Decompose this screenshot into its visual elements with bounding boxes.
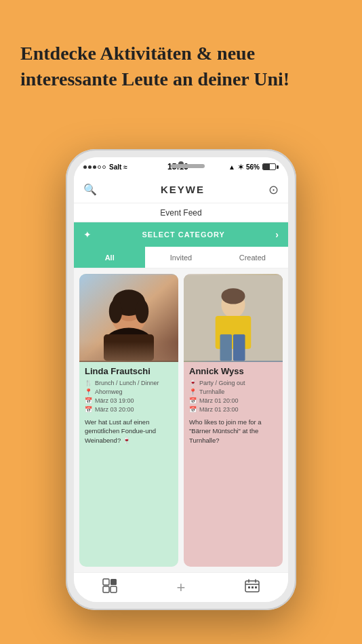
card-date2-linda: 📅 März 03 20:00 bbox=[85, 406, 173, 413]
tab-all[interactable]: All bbox=[74, 247, 145, 268]
svg-point-14 bbox=[221, 288, 245, 304]
tab-invited[interactable]: Invited bbox=[145, 247, 216, 268]
svg-rect-13 bbox=[233, 334, 245, 361]
signal-dots bbox=[83, 165, 106, 169]
category-sparkle-icon: ✦ bbox=[83, 229, 92, 240]
nav-calendar-button[interactable] bbox=[240, 576, 264, 600]
card-category-annick: 🍷 Party / Going out bbox=[189, 380, 277, 386]
phone-mockup: Salt ≈ 15:19 ▲ ✶ 56% bbox=[66, 149, 296, 610]
location-icon-annick: 📍 bbox=[189, 388, 197, 395]
location-icon-linda: 📍 bbox=[85, 388, 92, 395]
calendar-icon-annick-2: 📅 bbox=[189, 406, 197, 413]
search-icon[interactable]: 🔍 bbox=[83, 183, 97, 196]
cards-area: Linda Frautschi 🍴 Brunch / Lunch / Dinne… bbox=[74, 268, 288, 572]
signal-dot-3 bbox=[93, 165, 96, 169]
card-location-text-annick: Turnhalle bbox=[199, 388, 224, 395]
page-headline: Entdecke Aktivitäten & neue interessante… bbox=[20, 41, 342, 92]
event-feed-title: Event Feed bbox=[160, 208, 201, 218]
category-bar[interactable]: ✦ SELECT CATEGORY › bbox=[74, 222, 288, 247]
category-label: SELECT CATEGORY bbox=[142, 230, 225, 239]
profile-icon[interactable]: ⊙ bbox=[268, 182, 279, 197]
card-date1-annick: 📅 März 01 20:00 bbox=[189, 397, 277, 404]
tabs-bar: All Invited Created bbox=[74, 247, 288, 268]
battery-percent: 56% bbox=[246, 163, 260, 171]
calendar-nav-icon bbox=[245, 579, 260, 596]
card-name-annick: Annick Wyss bbox=[189, 366, 277, 376]
svg-point-6 bbox=[104, 328, 154, 361]
battery-cap bbox=[277, 165, 279, 169]
phone-speaker bbox=[171, 164, 205, 168]
card-description-annick: Who likes to join me for a "Bärner Münts… bbox=[189, 418, 277, 445]
carrier-label: Salt bbox=[109, 163, 121, 171]
svg-rect-17 bbox=[103, 586, 109, 592]
calendar-icon-linda-2: 📅 bbox=[85, 406, 92, 413]
svg-rect-12 bbox=[220, 334, 233, 361]
calendar-icon-linda-1: 📅 bbox=[85, 397, 92, 404]
grid-icon bbox=[102, 578, 117, 597]
card-category-text-linda: Brunch / Lunch / Dinner bbox=[95, 380, 159, 386]
signal-dot-2 bbox=[88, 165, 92, 169]
battery-body bbox=[262, 163, 276, 170]
card-location-annick: 📍 Turnhalle bbox=[189, 388, 277, 395]
svg-rect-15 bbox=[103, 579, 109, 585]
card-date1-linda: 📅 März 03 19:00 bbox=[85, 397, 173, 404]
signal-dot-5 bbox=[102, 165, 106, 169]
signal-dot-1 bbox=[83, 165, 87, 169]
card-date2-text-linda: März 03 20:00 bbox=[95, 406, 134, 413]
status-left: Salt ≈ bbox=[83, 163, 127, 171]
tab-created[interactable]: Created bbox=[217, 247, 288, 268]
nav-grid-button[interactable] bbox=[98, 576, 122, 600]
card-location-text-linda: Ahornweg bbox=[95, 388, 123, 395]
status-right: ▲ ✶ 56% bbox=[228, 163, 279, 171]
svg-point-4 bbox=[109, 300, 122, 323]
category-arrow-icon: › bbox=[275, 229, 279, 240]
calendar-icon-annick-1: 📅 bbox=[189, 397, 197, 404]
card-name-linda: Linda Frautschi bbox=[85, 366, 173, 376]
bluetooth-icon: ✶ bbox=[238, 163, 243, 171]
card-category-linda: 🍴 Brunch / Lunch / Dinner bbox=[85, 380, 173, 386]
location-arrow-icon: ▲ bbox=[228, 163, 235, 171]
card-body-annick: Annick Wyss 🍷 Party / Going out 📍 Turnha… bbox=[184, 362, 283, 567]
card-date2-text-annick: März 01 23:00 bbox=[199, 406, 239, 413]
card-image-linda bbox=[79, 274, 178, 362]
card-category-text-annick: Party / Going out bbox=[199, 380, 245, 386]
svg-rect-7 bbox=[104, 334, 154, 361]
svg-rect-24 bbox=[252, 586, 254, 588]
card-image-annick bbox=[184, 274, 283, 362]
svg-rect-25 bbox=[255, 586, 257, 588]
card-location-linda: 📍 Ahornweg bbox=[85, 388, 173, 395]
svg-rect-18 bbox=[110, 586, 117, 592]
nav-bar: 🔍 KEYWE ⊙ bbox=[74, 176, 288, 203]
screen: Salt ≈ 15:19 ▲ ✶ 56% bbox=[74, 157, 288, 602]
event-card-annick[interactable]: Annick Wyss 🍷 Party / Going out 📍 Turnha… bbox=[184, 274, 283, 567]
sub-header: Event Feed bbox=[74, 203, 288, 222]
signal-dot-4 bbox=[98, 165, 101, 169]
nav-add-button[interactable]: + bbox=[169, 576, 193, 600]
event-card-linda[interactable]: Linda Frautschi 🍴 Brunch / Lunch / Dinne… bbox=[79, 274, 178, 567]
card-date1-text-linda: März 03 19:00 bbox=[95, 397, 134, 404]
svg-rect-23 bbox=[248, 586, 250, 588]
battery-indicator bbox=[262, 163, 279, 170]
add-icon: + bbox=[177, 579, 186, 597]
fork-icon: 🍴 bbox=[85, 380, 92, 386]
battery-fill bbox=[263, 164, 270, 169]
card-date2-annick: 📅 März 01 23:00 bbox=[189, 406, 277, 413]
svg-point-5 bbox=[136, 300, 148, 323]
card-body-linda: Linda Frautschi 🍴 Brunch / Lunch / Dinne… bbox=[79, 362, 178, 567]
bottom-nav: + bbox=[74, 572, 288, 602]
card-description-linda: Wer hat Lust auf einen gemütlichen Fondu… bbox=[85, 418, 173, 445]
app-logo: KEYWE bbox=[161, 184, 205, 195]
card-date1-text-annick: März 01 20:00 bbox=[199, 397, 239, 404]
phone-inner: Salt ≈ 15:19 ▲ ✶ 56% bbox=[74, 157, 288, 602]
wifi-icon: ≈ bbox=[123, 163, 127, 171]
svg-rect-16 bbox=[110, 579, 117, 585]
wine-icon: 🍷 bbox=[189, 380, 197, 386]
